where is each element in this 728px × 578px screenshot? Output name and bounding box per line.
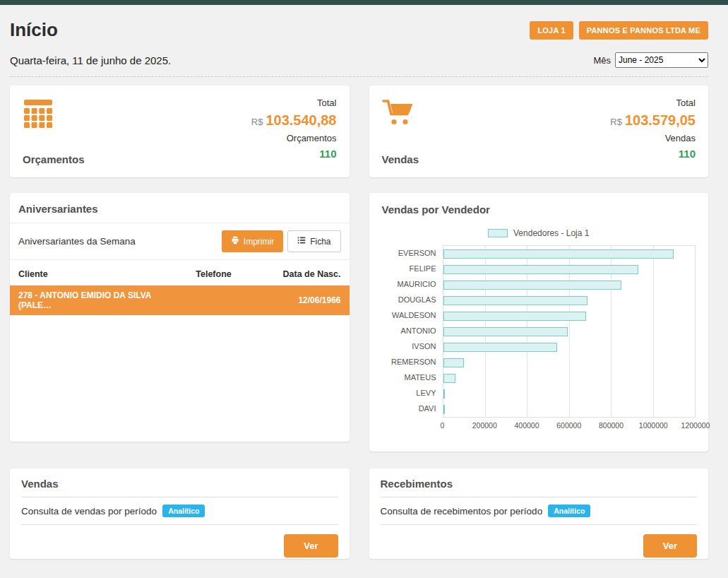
chart-legend: Vendedores - Loja 1 xyxy=(382,228,696,238)
sales-stat-card: Vendas Total R$103.579,05 Vendas 110 xyxy=(369,85,709,177)
cell-data-nasc: 12/06/1966 xyxy=(253,295,341,305)
chart-xtick-label: 600000 xyxy=(556,421,581,430)
cell-cliente: 278 - ANTONIO EMIDIO DA SILVA (PALE… xyxy=(18,290,175,310)
top-accent-bar xyxy=(0,0,728,5)
chart-bar xyxy=(443,405,445,414)
chart-y-axis-labels: EVERSONFELIPEMAURICIODOUGLASWALDESONANTO… xyxy=(382,245,443,418)
receipts-report-title: Recebimentos xyxy=(381,478,698,490)
column-cliente: Cliente xyxy=(18,269,175,279)
birthdays-actions: Imprimir Ficha xyxy=(222,230,341,252)
analytic-badge: Analítico xyxy=(162,505,205,517)
divider xyxy=(381,497,698,497)
sales-count: 110 xyxy=(610,148,696,160)
chart-bar xyxy=(443,296,588,305)
divider xyxy=(381,524,698,525)
sales-amount: 103.579,05 xyxy=(625,112,696,128)
store-badge-button[interactable]: LOJA 1 xyxy=(530,21,573,40)
chart-bar-row xyxy=(443,401,696,417)
chart-category-label: DAVI xyxy=(382,401,443,416)
x-axis-tick-labels: 020000040000060000080000010000001200000 xyxy=(443,418,696,432)
sales-count-label: Vendas xyxy=(610,133,696,143)
chart-xtick-label: 1000000 xyxy=(639,421,668,430)
middle-row: Aniversariantes Aniversariantes da Seman… xyxy=(10,193,708,452)
current-date-text: Quarta-feira, 11 de junho de 2025. xyxy=(10,54,171,66)
chart-bar-row xyxy=(443,261,696,277)
chart-body: EVERSONFELIPEMAURICIODOUGLASWALDESONANTO… xyxy=(382,245,696,418)
receipts-report-footer: Ver xyxy=(381,534,698,558)
month-filter: Mês June - 2025 xyxy=(593,52,708,68)
birthdays-toolbar: Aniversariantes da Semana Imprimir xyxy=(10,223,350,260)
chart-category-label: EVERSON xyxy=(382,245,443,261)
chart-x-axis: 020000040000060000080000010000001200000 xyxy=(382,418,696,432)
birthdays-card: Aniversariantes Aniversariantes da Seman… xyxy=(10,193,350,442)
sales-total-value: R$103.579,05 xyxy=(610,112,696,129)
analytic-badge: Analítico xyxy=(548,505,590,517)
sales-stat-values: Total R$103.579,05 Vendas 110 xyxy=(610,98,696,165)
print-button-label: Imprimir xyxy=(244,237,274,247)
sales-report-card: Vendas Consulta de vendas por período An… xyxy=(10,468,350,559)
chart-plot-area xyxy=(443,245,696,418)
chart-bar xyxy=(443,389,446,399)
x-axis-spacer xyxy=(382,418,443,432)
month-label: Mês xyxy=(593,55,611,66)
chart-category-label: REMERSON xyxy=(382,354,443,370)
chart-xtick-label: 1200000 xyxy=(681,421,710,430)
chart-bar xyxy=(443,249,674,259)
legend-label: Vendedores - Loja 1 xyxy=(513,228,589,238)
column-telefone: Telefone xyxy=(175,269,253,279)
currency-symbol: R$ xyxy=(610,117,622,127)
company-badge-button[interactable]: PANNOS E PANNOS LTDA ME xyxy=(579,21,708,40)
chart-bar-row xyxy=(443,386,696,401)
birthdays-table-header: Cliente Telefone Data de Nasc. xyxy=(10,260,350,285)
budgets-stat-card: Orçamentos Total R$103.540,88 Orçamentos… xyxy=(10,85,350,177)
chart-bar-row xyxy=(443,246,696,261)
calculator-icon xyxy=(23,98,85,131)
sales-total-label: Total xyxy=(610,98,696,108)
chart-bar xyxy=(443,343,558,352)
chart-bar-row xyxy=(443,370,696,386)
budgets-count-label: Orçamentos xyxy=(251,133,337,143)
chart-category-label: MATEUS xyxy=(382,370,443,385)
budgets-amount: 103.540,88 xyxy=(265,112,336,128)
chart-bar xyxy=(443,265,638,274)
budgets-total-label: Total xyxy=(251,98,337,108)
chart-category-label: MAURICIO xyxy=(382,276,443,292)
sales-report-description-row: Consulta de vendas por período Analítico xyxy=(21,505,338,517)
bottom-row: Vendas Consulta de vendas por período An… xyxy=(10,468,708,559)
chart-category-label: FELIPE xyxy=(382,261,443,276)
divider xyxy=(21,524,338,525)
birthday-table-row[interactable]: 278 - ANTONIO EMIDIO DA SILVA (PALE… 12/… xyxy=(10,285,350,315)
sales-stat-left: Vendas xyxy=(382,98,419,165)
page-title: Início xyxy=(10,19,58,41)
sales-report-footer: Ver xyxy=(21,534,338,558)
stat-cards-row: Orçamentos Total R$103.540,88 Orçamentos… xyxy=(10,85,708,177)
seller-chart-card: Vendas por Vendedor Vendedores - Loja 1 … xyxy=(369,193,709,452)
chart-category-label: LEVY xyxy=(382,385,443,401)
seller-chart-title: Vendas por Vendedor xyxy=(382,204,696,216)
receipts-report-description: Consulta de recebimentos por período xyxy=(381,506,543,517)
chart-bar-row xyxy=(443,277,696,293)
chart-xtick-label: 800000 xyxy=(599,421,623,430)
chart-xtick-label: 0 xyxy=(441,421,445,430)
receipts-view-button[interactable]: Ver xyxy=(643,534,697,558)
print-button[interactable]: Imprimir xyxy=(222,230,283,252)
printer-icon xyxy=(231,236,239,247)
record-button[interactable]: Ficha xyxy=(287,230,340,252)
chart-xtick-label: 400000 xyxy=(514,421,539,430)
header: Início LOJA 1 PANNOS E PANNOS LTDA ME xyxy=(10,19,708,41)
chart-category-label: WALDESON xyxy=(382,307,443,323)
chart-xtick-label: 200000 xyxy=(472,421,497,430)
chart-bar-row xyxy=(443,355,696,370)
birthdays-title: Aniversariantes xyxy=(18,203,341,215)
month-select[interactable]: June - 2025 xyxy=(615,52,708,68)
chart-bar xyxy=(443,374,456,383)
chart-category-label: IVSON xyxy=(382,338,443,354)
chart-bar-row xyxy=(443,339,696,355)
sales-label: Vendas xyxy=(382,153,419,165)
budgets-count: 110 xyxy=(251,148,337,160)
chart-category-label: ANTONIO xyxy=(382,323,443,338)
budgets-label: Orçamentos xyxy=(23,153,85,165)
sales-view-button[interactable]: Ver xyxy=(284,534,338,558)
chart-bar xyxy=(443,327,568,336)
header-badges: LOJA 1 PANNOS E PANNOS LTDA ME xyxy=(530,21,708,40)
